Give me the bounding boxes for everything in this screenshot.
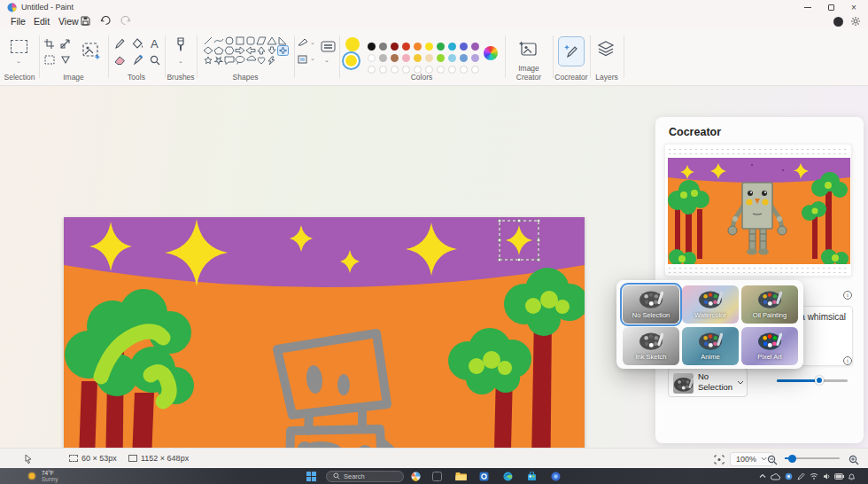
size-chevron-icon[interactable]: ⌄ xyxy=(324,57,329,64)
close-button[interactable]: × xyxy=(843,0,864,14)
marquee-icon[interactable] xyxy=(44,55,55,65)
select-rectangle-icon[interactable] xyxy=(11,40,27,53)
save-icon[interactable] xyxy=(80,15,91,27)
primary-color-swatch[interactable] xyxy=(345,37,360,51)
style-tile-watercolor[interactable]: Watercolor xyxy=(682,285,739,324)
shape-fill-icon[interactable] xyxy=(298,54,309,64)
weather-sun-icon xyxy=(27,471,37,481)
redo-icon[interactable] xyxy=(120,15,131,27)
drawing-canvas[interactable] xyxy=(64,217,585,484)
paint-app-icon xyxy=(7,3,17,12)
menu-file[interactable]: File xyxy=(7,16,29,27)
color-picker-icon[interactable] xyxy=(133,54,143,66)
start-button[interactable] xyxy=(306,472,316,481)
close-icon: × xyxy=(851,3,856,12)
group-label-image-creator: Image Creator xyxy=(505,64,553,82)
maximize-button[interactable] xyxy=(820,0,841,14)
account-avatar[interactable] xyxy=(833,17,843,27)
zoom-out-icon[interactable] xyxy=(767,455,778,465)
maximize-icon xyxy=(828,4,834,11)
accessibility-icon[interactable] xyxy=(785,472,793,480)
selection-chevron-icon[interactable]: ⌄ xyxy=(16,58,21,65)
fit-to-screen-icon[interactable] xyxy=(714,455,725,464)
edge-icon[interactable] xyxy=(503,472,513,481)
ribbon-toolbar: ⌄ Selection Image A Tools ⌄ Brushes xyxy=(0,28,868,86)
remove-background-icon[interactable] xyxy=(82,43,102,60)
palette-icon xyxy=(757,289,782,308)
image-creator-icon[interactable] xyxy=(519,41,539,59)
brush-icon[interactable] xyxy=(174,37,187,53)
window-title: Untitled - Paint xyxy=(21,3,74,12)
fill-chevron-icon[interactable]: ⌄ xyxy=(310,55,315,62)
cursor-position-icon xyxy=(25,455,32,464)
shape-outline-icon[interactable] xyxy=(298,38,308,47)
menu-edit[interactable]: Edit xyxy=(30,16,53,27)
fill-tool-icon[interactable] xyxy=(132,38,143,50)
brushes-chevron-icon[interactable]: ⌄ xyxy=(178,58,183,65)
zoom-level-value: 100% xyxy=(736,455,756,464)
creativity-slider-thumb[interactable] xyxy=(815,376,824,385)
outlook-icon[interactable] xyxy=(479,472,489,481)
weather-widget[interactable]: 74°F Sunny xyxy=(27,468,58,484)
style-tile-ink-sketch[interactable]: Ink Sketch xyxy=(623,327,679,365)
zoom-slider-thumb[interactable] xyxy=(788,455,796,463)
search-placeholder: Search xyxy=(344,472,365,480)
style-tile-oil-painting[interactable]: Oil Painting xyxy=(741,285,798,324)
taskbar: 74°F Sunny Search xyxy=(0,468,868,484)
tray-chevron-up-icon[interactable] xyxy=(759,473,766,479)
group-label-shapes: Shapes xyxy=(197,73,294,82)
group-label-brushes: Brushes xyxy=(165,73,197,82)
pencil-tool-icon[interactable] xyxy=(114,38,125,50)
cocreator-button[interactable] xyxy=(558,36,585,66)
creativity-slider[interactable] xyxy=(777,379,848,382)
group-label-layers: Layers xyxy=(590,73,624,82)
volume-icon[interactable] xyxy=(823,472,831,480)
settings-gear-icon[interactable] xyxy=(850,16,861,27)
canvas-size-indicator: 1152 × 648px xyxy=(128,454,189,463)
edit-colors-wheel-icon[interactable] xyxy=(484,46,498,60)
minimize-icon xyxy=(804,7,811,8)
style-picker-popup: No Selection Watercolor Oil Painting Ink… xyxy=(616,280,803,369)
notification-bell-icon[interactable] xyxy=(848,472,856,480)
prompt-info-icon[interactable]: i xyxy=(843,291,852,300)
cocreator-icon xyxy=(563,43,579,59)
group-label-image: Image xyxy=(39,73,108,82)
store-icon[interactable] xyxy=(527,472,537,481)
battery-icon[interactable] xyxy=(834,473,844,480)
menu-view[interactable]: View xyxy=(55,16,82,27)
rotate-icon[interactable] xyxy=(60,55,71,65)
outline-chevron-icon[interactable]: ⌄ xyxy=(310,39,315,46)
search-icon xyxy=(333,472,340,480)
undo-icon[interactable] xyxy=(100,15,112,27)
magnifier-tool-icon[interactable] xyxy=(150,55,160,66)
stroke-size-icon[interactable] xyxy=(321,41,336,52)
pen-icon[interactable] xyxy=(797,472,805,480)
resize-icon[interactable] xyxy=(60,39,72,49)
copilot-icon[interactable] xyxy=(411,472,421,481)
status-bar: 60 × 53px 1152 × 648px 100% xyxy=(0,448,868,468)
eraser-tool-icon[interactable] xyxy=(114,55,126,66)
group-label-selection: Selection xyxy=(0,73,39,82)
style-tile-no-selection[interactable]: No Selection xyxy=(623,285,679,324)
secondary-color-swatch[interactable] xyxy=(344,53,359,68)
creativity-info-icon[interactable]: i xyxy=(843,356,852,365)
wifi-icon[interactable] xyxy=(810,472,818,480)
file-explorer-icon[interactable] xyxy=(455,472,467,481)
minimize-button[interactable] xyxy=(797,0,818,14)
task-view-icon[interactable] xyxy=(432,472,442,481)
style-dropdown[interactable]: No Selection xyxy=(668,368,748,397)
crop-icon[interactable] xyxy=(44,39,54,49)
shapes-grid[interactable] xyxy=(203,36,290,67)
photos-icon[interactable] xyxy=(551,472,561,481)
layers-icon[interactable] xyxy=(597,40,615,58)
style-dropdown-value: No Selection xyxy=(698,371,735,393)
zoom-in-icon[interactable] xyxy=(849,455,859,465)
text-tool-icon[interactable]: A xyxy=(151,37,159,51)
style-tile-anime[interactable]: Anime xyxy=(682,327,739,365)
style-tile-pixel-art[interactable]: Pixel Art xyxy=(741,327,798,365)
selection-size-indicator: 60 × 53px xyxy=(69,454,117,463)
palette-icon xyxy=(639,331,663,350)
search-box[interactable]: Search xyxy=(326,471,404,482)
onedrive-cloud-icon[interactable] xyxy=(771,473,780,480)
zoom-slider[interactable] xyxy=(785,457,840,459)
